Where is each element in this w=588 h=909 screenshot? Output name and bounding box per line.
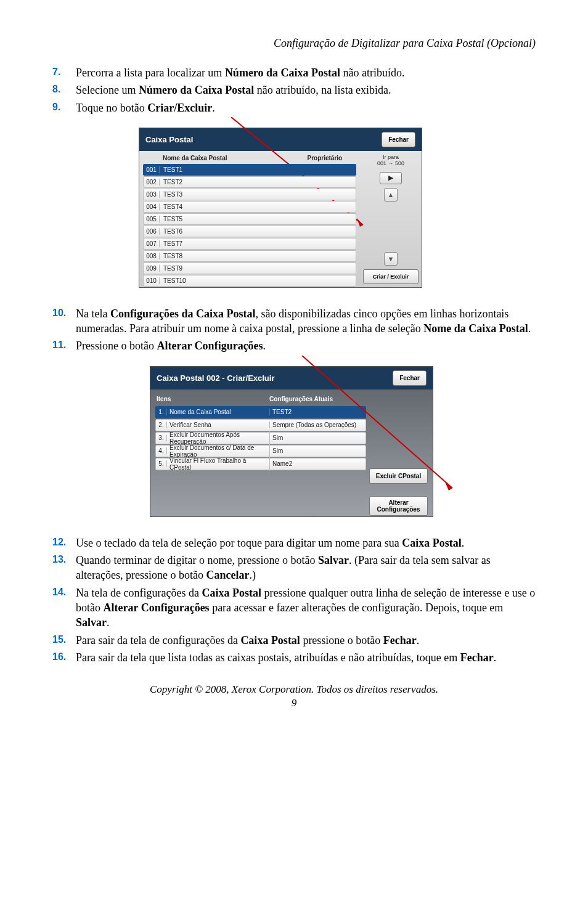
criar-excluir-button[interactable]: Criar / Excluir [363,269,419,284]
criar-excluir-panel: Caixa Postal 002 - Criar/Excluir Fechar … [150,366,433,517]
mailbox-row[interactable]: 008TEST8 [143,250,356,262]
mailbox-row-id: 001 [144,166,160,173]
mailbox-row-name: TEST1 [160,166,182,173]
step-number: 10. [52,306,76,336]
step-text: Na tela de configurações da Caixa Postal… [76,585,536,630]
goto-next-button[interactable]: ▶ [380,172,402,184]
mailbox-row-name: TEST4 [160,203,182,210]
goto-range: 001 → 500 [377,161,404,167]
close-button[interactable]: Fechar [382,132,415,147]
caixa-postal-panel: Caixa Postal Fechar Nome da Caixa Postal… [139,128,422,288]
mailbox-row[interactable]: 010TEST10 [143,275,356,287]
alterar-config-label-1: Alterar [372,499,425,506]
step-text: Na tela Configurações da Caixa Postal, s… [76,306,536,336]
column-header-config: Configurações Atuais [269,396,333,402]
steps-list-c: 12.Use o teclado da tela de seleção por … [52,536,536,665]
step-number: 8. [52,83,76,97]
mailbox-row-id: 006 [144,228,160,235]
mailbox-row[interactable]: 007TEST7 [143,238,356,250]
setting-row-value: Sim [270,434,283,441]
step-number: 9. [52,100,76,115]
column-header-name: Nome da Caixa Postal [163,155,227,161]
close-button[interactable]: Fechar [393,370,427,386]
setting-row-value: Sempre (Todas as Operações) [270,422,356,428]
excluir-cpostal-button[interactable]: Excluir CPostal [369,468,428,484]
mailbox-row[interactable]: 002TEST2 [143,176,356,188]
alterar-config-label-2: Configurações [372,506,425,513]
mailbox-row-id: 010 [144,277,160,284]
mailbox-row[interactable]: 004TEST4 [143,201,356,213]
mailbox-row[interactable]: 003TEST3 [143,189,356,200]
setting-row-num: 3. [156,434,167,441]
setting-row-num: 2. [156,422,167,428]
mailbox-row-id: 007 [144,240,160,247]
column-header-items: Itens [155,396,269,402]
mailbox-row-id: 004 [144,203,160,210]
setting-row-label: Nome da Caixa Postal [167,409,270,415]
step-number: 12. [52,536,76,550]
step-item: 10.Na tela Configurações da Caixa Postal… [52,306,536,336]
setting-row-num: 4. [156,447,167,454]
setting-row[interactable]: 4.Excluir Documentos c/ Data de Expiraçã… [155,445,366,457]
step-item: 15.Para sair da tela de configurações da… [52,633,536,648]
step-text: Para sair da tela que lista todas as cai… [76,650,536,665]
setting-row-value: Sim [270,447,283,454]
mailbox-row[interactable]: 001TEST1 [143,164,356,176]
step-text: Pressione o botão Alterar Configurações. [76,338,536,353]
mailbox-row-name: TEST9 [160,265,182,272]
setting-row[interactable]: 2.Verificar SenhaSempre (Todas as Operaç… [155,419,366,431]
step-item: 16.Para sair da tela que lista todas as … [52,650,536,665]
page-header: Configuração de Digitalizar para Caixa P… [52,37,536,50]
step-item: 11.Pressione o botão Alterar Configuraçõ… [52,338,536,353]
mailbox-row[interactable]: 009TEST9 [143,263,356,274]
step-text: Selecione um Número da Caixa Postal não … [76,83,536,97]
mailbox-row-name: TEST2 [160,179,182,185]
step-text: Percorra a lista para localizar um Númer… [76,65,536,80]
step-number: 15. [52,633,76,648]
mailbox-row[interactable]: 005TEST5 [143,213,356,225]
column-header-owner: Proprietário [307,155,342,161]
panel-title: Caixa Postal 002 - Criar/Excluir [157,373,274,383]
step-text: Toque no botão Criar/Excluir. [76,100,536,115]
step-number: 16. [52,650,76,665]
step-text: Para sair da tela de configurações da Ca… [76,633,536,648]
setting-row-num: 1. [156,409,167,415]
setting-row-label: Excluir Documentos c/ Data de Expiração [167,444,270,458]
mailbox-row-name: TEST3 [160,191,182,198]
setting-row[interactable]: 1.Nome da Caixa PostalTEST2 [155,406,366,418]
mailbox-row-id: 008 [144,253,160,259]
step-number: 14. [52,585,76,630]
step-item: 7.Percorra a lista para localizar um Núm… [52,65,536,80]
scroll-up-button[interactable]: ▲ [384,188,398,202]
steps-list-a: 7.Percorra a lista para localizar um Núm… [52,65,536,115]
step-item: 12.Use o teclado da tela de seleção por … [52,536,536,550]
step-text: Quando terminar de digitar o nome, press… [76,553,536,583]
step-number: 11. [52,338,76,353]
mailbox-row-id: 003 [144,191,160,198]
setting-row-label: Vincular Fl Fluxo Trabalho à CPostal [167,457,270,471]
setting-row[interactable]: 3.Excluir Documentos Após RecuperaçãoSim [155,432,366,444]
mailbox-row[interactable]: 006TEST6 [143,226,356,237]
setting-row-value: TEST2 [270,409,292,415]
mailbox-row-name: TEST6 [160,228,182,235]
step-item: 8.Selecione um Número da Caixa Postal nã… [52,83,536,97]
mailbox-row-id: 005 [144,216,160,222]
step-number: 13. [52,553,76,583]
setting-row[interactable]: 5.Vincular Fl Fluxo Trabalho à CPostalNa… [155,458,366,470]
setting-row-label: Excluir Documentos Após Recuperação [167,431,270,445]
copyright: Copyright © 2008, Xerox Corporation. Tod… [52,683,536,696]
panel-title: Caixa Postal [145,135,193,144]
mailbox-row-id: 009 [144,265,160,272]
svg-marker-3 [445,482,452,491]
mailbox-row-name: TEST10 [160,277,186,284]
steps-list-b: 10.Na tela Configurações da Caixa Postal… [52,306,536,354]
setting-row-num: 5. [156,460,167,467]
mailbox-row-name: TEST8 [160,253,182,259]
step-item: 13.Quando terminar de digitar o nome, pr… [52,553,536,583]
step-text: Use o teclado da tela de seleção por toq… [76,536,536,550]
scroll-down-button[interactable]: ▼ [384,252,398,266]
mailbox-row-name: TEST5 [160,216,182,222]
alterar-config-button[interactable]: Alterar Configurações [369,496,428,516]
step-item: 14.Na tela de configurações da Caixa Pos… [52,585,536,630]
step-number: 7. [52,65,76,80]
